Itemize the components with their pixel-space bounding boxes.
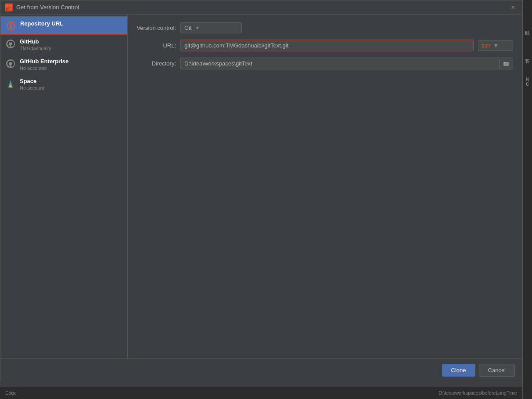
version-control-row: Version control: Git ▼ <box>137 22 513 33</box>
bottom-left-text: Edge <box>5 390 17 395</box>
app-icon <box>5 4 13 11</box>
right-edge-char3: ＮＣ <box>524 74 531 83</box>
sidebar-item-github-enterprise[interactable]: GitHub Enterprise No accounts <box>0 54 127 74</box>
ssh-label: ssh <box>482 42 490 49</box>
github-enterprise-title: GitHub Enterprise <box>20 58 68 65</box>
title-bar-left: Get from Version Control <box>5 4 79 11</box>
clone-button[interactable]: Clone <box>442 364 475 377</box>
svg-rect-2 <box>6 8 8 11</box>
url-input[interactable] <box>181 40 473 51</box>
main-content: Version control: Git ▼ URL: ssh ▼ D <box>128 15 522 358</box>
repository-url-title: Repository URL <box>20 20 63 27</box>
github-enterprise-text: GitHub Enterprise No accounts <box>20 58 68 71</box>
svg-point-5 <box>10 23 12 25</box>
directory-row: Directory: <box>137 58 513 69</box>
ssh-dropdown-arrow-icon: ▼ <box>493 42 499 49</box>
right-edge-panel: 航 客 ＮＣ <box>522 0 532 399</box>
version-control-label: Version control: <box>137 25 176 31</box>
bottom-bar: Edge D:\idea\workspaces\beforeLongTime <box>0 387 522 399</box>
ssh-dropdown[interactable]: ssh ▼ <box>478 40 513 51</box>
url-label: URL: <box>137 42 176 49</box>
github-enterprise-icon <box>6 59 15 69</box>
dialog-title: Get from Version Control <box>16 4 79 11</box>
svg-rect-0 <box>6 4 8 7</box>
github-enterprise-subtitle: No accounts <box>20 65 68 71</box>
github-title: GitHub <box>20 38 51 45</box>
url-input-wrapper <box>180 40 474 51</box>
dialog-body: Repository URL GitHub TMGdashuaibi <box>0 15 522 358</box>
sidebar: Repository URL GitHub TMGdashuaibi <box>0 15 128 358</box>
sidebar-item-space[interactable]: Space No account <box>0 74 127 94</box>
version-control-select[interactable]: Git ▼ <box>180 22 242 33</box>
directory-browse-button[interactable] <box>499 59 513 69</box>
github-icon <box>6 39 15 49</box>
directory-label: Directory: <box>137 60 176 67</box>
github-subtitle: TMGdashuaibi <box>20 46 51 51</box>
dropdown-arrow-icon: ▼ <box>195 25 200 30</box>
directory-input[interactable] <box>181 58 499 69</box>
dialog-footer: Clone Cancel <box>0 358 522 382</box>
space-title: Space <box>20 78 44 84</box>
sidebar-item-repository-url[interactable]: Repository URL <box>0 16 127 35</box>
version-control-value: Git <box>184 25 192 31</box>
repository-url-text: Repository URL <box>20 20 63 27</box>
space-subtitle: No account <box>20 85 44 91</box>
bottom-right-text: D:\idea\workspaces\beforeLongTime <box>439 390 517 395</box>
title-bar: Get from Version Control × <box>0 0 522 15</box>
repository-url-icon <box>6 21 16 31</box>
folder-icon <box>503 61 509 67</box>
sidebar-item-github[interactable]: GitHub TMGdashuaibi <box>0 35 127 54</box>
cancel-button[interactable]: Cancel <box>479 364 515 377</box>
space-icon <box>6 79 15 88</box>
space-text: Space No account <box>20 78 44 91</box>
svg-rect-3 <box>9 8 12 11</box>
close-button[interactable]: × <box>509 3 518 12</box>
github-text: GitHub TMGdashuaibi <box>20 38 51 51</box>
url-row: URL: ssh ▼ <box>137 40 513 51</box>
svg-rect-1 <box>9 4 12 7</box>
directory-input-wrapper <box>180 58 513 69</box>
